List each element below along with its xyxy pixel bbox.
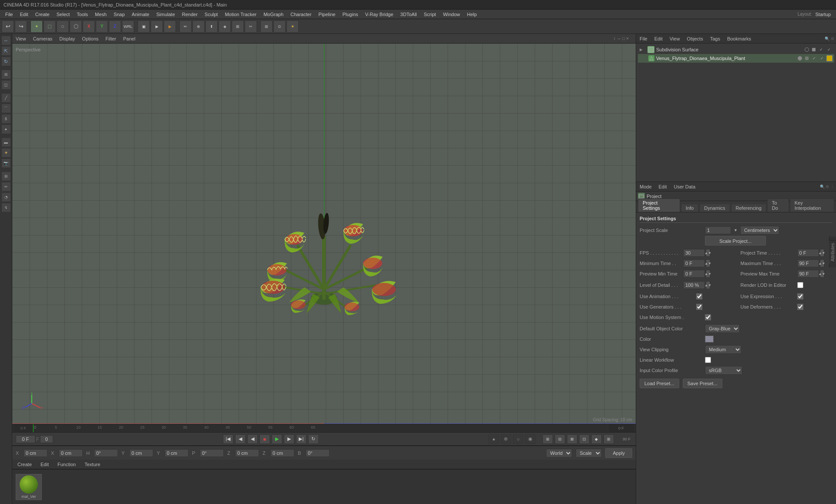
obj-menu-edit[interactable]: Edit bbox=[653, 36, 664, 41]
toolbar-object[interactable]: ○ bbox=[57, 20, 69, 33]
bottom-menu-texture[interactable]: Texture bbox=[83, 462, 102, 467]
toolbar-texture[interactable]: ⬡ bbox=[70, 20, 82, 33]
toolbar-render-vp[interactable]: ▶ bbox=[151, 20, 163, 33]
timeline-ruler[interactable]: 0 5 10 15 20 25 30 35 40 45 50 55 60 65 bbox=[33, 424, 608, 432]
tab-key-interpolation[interactable]: Key Interpolation bbox=[790, 198, 834, 212]
menu-3dtoall[interactable]: 3DToAll bbox=[397, 11, 420, 18]
toolbar-undo[interactable]: ↩ bbox=[2, 20, 14, 33]
toolbar-coords[interactable]: WRL bbox=[122, 20, 134, 33]
obj-check-1[interactable]: ✓ bbox=[811, 55, 818, 61]
menu-script[interactable]: Script bbox=[420, 11, 439, 18]
obj-vis-1[interactable] bbox=[797, 55, 803, 61]
toolbar-redo[interactable]: ↪ bbox=[15, 20, 27, 33]
attributes-tab-label[interactable]: Attributes bbox=[829, 240, 836, 264]
tool-material[interactable]: ◫ bbox=[1, 80, 11, 90]
obj-expand-0[interactable]: ▶ bbox=[640, 47, 646, 52]
transport-mode3[interactable]: ○ bbox=[513, 434, 523, 444]
menu-file[interactable]: File bbox=[2, 11, 17, 18]
tool-scale[interactable]: ⇱ bbox=[1, 46, 11, 56]
menu-animate[interactable]: Animate bbox=[128, 11, 153, 18]
tool-lattice[interactable]: ⊞ bbox=[1, 171, 11, 181]
tool-rotate[interactable]: ↻ bbox=[1, 57, 11, 66]
tab-dynamics[interactable]: Dynamics bbox=[699, 204, 730, 212]
bottom-menu-create[interactable]: Create bbox=[16, 462, 34, 467]
menu-layout-startup[interactable]: Startup bbox=[812, 11, 834, 18]
toolbar-render-region[interactable]: ▣ bbox=[138, 20, 150, 33]
tool-move[interactable]: ↔ bbox=[1, 36, 11, 45]
vp-menu-view[interactable]: View bbox=[16, 36, 26, 41]
menu-mograph[interactable]: MoGraph bbox=[260, 11, 287, 18]
menu-vray[interactable]: V-Ray Bridge bbox=[362, 11, 397, 18]
tool-sphere[interactable]: ● bbox=[1, 124, 11, 134]
vp-menu-panel[interactable]: Panel bbox=[123, 36, 135, 41]
transport-next-frame[interactable]: ▶ bbox=[284, 434, 294, 444]
menu-character[interactable]: Character bbox=[287, 11, 315, 18]
transport-go-start[interactable]: |◀ bbox=[223, 434, 233, 444]
obj-lock-0[interactable] bbox=[811, 47, 817, 53]
toolbar-poly-pen[interactable]: ✏ bbox=[179, 20, 192, 33]
transport-prev-frame[interactable]: ◀ bbox=[235, 434, 246, 444]
tool-light2[interactable]: ☀ bbox=[1, 148, 11, 158]
transport-key6[interactable]: ⊞ bbox=[603, 434, 614, 444]
lod-spinner[interactable]: ▲▼ bbox=[706, 281, 710, 289]
fps-spinner[interactable]: ▲▼ bbox=[706, 249, 710, 257]
menu-help[interactable]: Help bbox=[464, 11, 481, 18]
menu-simulate[interactable]: Simulate bbox=[153, 11, 179, 18]
color-swatch[interactable] bbox=[705, 336, 714, 343]
transport-stop[interactable]: ■ bbox=[260, 434, 270, 444]
project-scale-unit[interactable]: Centimeters Meters Inches bbox=[740, 226, 779, 235]
vp-menu-options[interactable]: Options bbox=[82, 36, 98, 41]
preview-min-spinner[interactable]: ▲▼ bbox=[706, 270, 710, 278]
coord-h-input[interactable] bbox=[94, 449, 118, 457]
transport-mode4[interactable]: ◉ bbox=[525, 434, 536, 444]
attr-menu-mode[interactable]: Mode bbox=[638, 184, 654, 189]
obj-check-0[interactable]: ✓ bbox=[818, 47, 825, 53]
project-time-input[interactable] bbox=[797, 249, 819, 257]
save-preset-button[interactable]: Save Preset... bbox=[683, 379, 722, 388]
tool-dollar[interactable]: $ bbox=[1, 114, 11, 124]
vp-menu-filter[interactable]: Filter bbox=[105, 36, 116, 41]
transport-key5[interactable]: ◆ bbox=[591, 434, 602, 444]
toolbar-light[interactable]: ☀ bbox=[287, 20, 299, 33]
default-object-color-dropdown[interactable]: Gray-Blue Red Green Blue bbox=[705, 324, 740, 333]
toolbar-extrude[interactable]: ⬆ bbox=[206, 20, 218, 33]
use-animation-checkbox[interactable] bbox=[696, 293, 702, 299]
preview-max-spinner[interactable]: ▲▼ bbox=[820, 270, 824, 278]
coord-z-input[interactable] bbox=[235, 449, 259, 457]
tool-line[interactable]: ╱ bbox=[1, 93, 11, 103]
toolbar-bevel[interactable]: ◈ bbox=[219, 20, 231, 33]
coord-b-input[interactable] bbox=[306, 449, 330, 457]
tool-curve[interactable]: ⌒ bbox=[1, 104, 11, 113]
obj-check2-1[interactable]: ✓ bbox=[819, 55, 826, 61]
material-item-0[interactable]: mat_Ver bbox=[16, 474, 42, 500]
max-time-spinner[interactable]: ▲▼ bbox=[820, 259, 824, 267]
preview-max-input[interactable] bbox=[797, 270, 819, 278]
use-generators-checkbox[interactable] bbox=[696, 304, 702, 310]
transport-loop[interactable]: ↻ bbox=[308, 434, 319, 444]
transport-go-end[interactable]: ▶| bbox=[296, 434, 307, 444]
menu-tools[interactable]: Tools bbox=[73, 11, 91, 18]
toolbar-y-axis[interactable]: Y bbox=[96, 20, 108, 33]
preview-min-input[interactable] bbox=[683, 270, 705, 278]
toolbar-knife[interactable]: ✂ bbox=[245, 20, 257, 33]
attr-menu-edit[interactable]: Edit bbox=[657, 184, 669, 189]
use-deformers-checkbox[interactable] bbox=[797, 304, 803, 310]
toolbar-loop[interactable]: ⊕ bbox=[192, 20, 205, 33]
use-expression-checkbox[interactable] bbox=[797, 293, 803, 299]
transport-key4[interactable]: ⊡ bbox=[579, 434, 590, 444]
max-time-input[interactable] bbox=[797, 259, 819, 267]
coord-sx-input[interactable] bbox=[59, 449, 83, 457]
coord-x-input[interactable] bbox=[24, 449, 47, 457]
apply-button[interactable]: Apply bbox=[605, 448, 632, 458]
tab-project-settings[interactable]: Project Settings bbox=[638, 198, 680, 212]
color-profile-dropdown[interactable]: sRGB Linear AdobeRGB bbox=[705, 366, 742, 375]
obj-color-1[interactable] bbox=[826, 55, 833, 61]
attr-menu-userdata[interactable]: User Data bbox=[672, 184, 698, 189]
menu-pipeline[interactable]: Pipeline bbox=[315, 11, 339, 18]
toolbar-x-axis[interactable]: X bbox=[83, 20, 95, 33]
bottom-menu-function[interactable]: Function bbox=[56, 462, 78, 467]
transport-play[interactable]: ▶ bbox=[272, 434, 282, 444]
project-scale-input[interactable] bbox=[705, 226, 731, 234]
menu-render[interactable]: Render bbox=[179, 11, 201, 18]
obj-check2-0[interactable]: ✓ bbox=[826, 47, 833, 53]
